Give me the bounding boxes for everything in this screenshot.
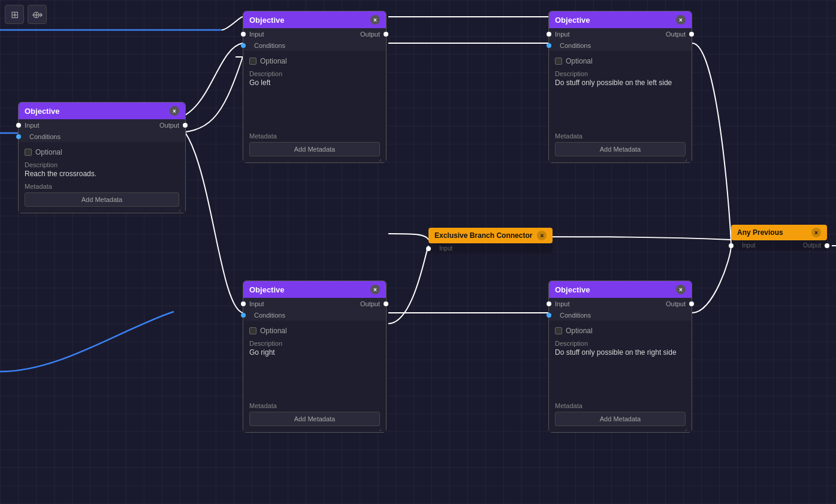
reach-crossroads-add-metadata-btn[interactable]: Add Metadata — [25, 192, 179, 207]
only-left-input-label: Input — [555, 31, 569, 38]
node-only-left-title: Objective — [555, 16, 590, 25]
only-left-conditions-label: Conditions — [560, 42, 591, 49]
node-only-right-conditions-row: Conditions — [549, 310, 692, 321]
go-right-input-label: Input — [249, 300, 264, 307]
go-right-metadata-label: Metadata — [249, 402, 380, 409]
node-only-right-header: Objective × — [549, 281, 692, 298]
node-go-right-close[interactable]: × — [370, 285, 380, 294]
go-left-add-metadata-btn[interactable]: Add Metadata — [249, 142, 380, 156]
only-right-optional-row: Optional — [555, 327, 686, 335]
go-left-description-value: Go left — [249, 79, 380, 87]
node-reach-crossroads-ports: Input Output — [19, 119, 185, 131]
any-previous-input-port[interactable] — [729, 243, 734, 248]
only-right-conditions-port[interactable] — [547, 313, 551, 318]
any-previous-close[interactable]: × — [811, 228, 821, 237]
reach-crossroads-output-label: Output — [159, 122, 179, 129]
reach-crossroads-description-value: Reach the crossroads. — [25, 170, 179, 178]
reach-crossroads-optional-row: Optional — [25, 148, 179, 156]
node-reach-crossroads-close[interactable]: × — [170, 106, 179, 116]
only-left-conditions-port[interactable] — [547, 43, 551, 48]
node-only-right-ports: Input Output — [549, 298, 692, 310]
node-go-right-conditions-row: Conditions — [243, 310, 386, 321]
only-right-input-label: Input — [555, 300, 569, 307]
go-right-description-label: Description — [249, 340, 380, 347]
only-right-optional-checkbox[interactable] — [555, 327, 562, 334]
connector-input-port[interactable] — [426, 246, 431, 251]
go-right-conditions-port[interactable] — [241, 313, 246, 318]
any-previous-input-label: Input — [742, 242, 755, 249]
node-go-left-close[interactable]: × — [370, 15, 380, 25]
exclusive-branch-connector-close[interactable]: × — [537, 231, 547, 240]
go-left-output-port[interactable] — [384, 32, 388, 37]
go-right-conditions-label: Conditions — [254, 312, 285, 319]
any-previous-title: Any Previous — [737, 228, 783, 237]
node-any-previous: Any Previous × Input Output — [731, 225, 827, 251]
node-go-left-body: Optional Description Go left Metadata Ad… — [243, 51, 386, 162]
node-only-right-title: Objective — [555, 285, 590, 294]
node-only-left-close[interactable]: × — [676, 15, 686, 25]
node-exclusive-branch-connector: Exclusive Branch Connector × Input — [428, 228, 553, 253]
go-right-add-metadata-btn[interactable]: Add Metadata — [249, 412, 380, 426]
only-left-add-metadata-btn[interactable]: Add Metadata — [555, 142, 686, 156]
reach-crossroads-metadata: Metadata Add Metadata — [25, 183, 179, 207]
node-only-right-close[interactable]: × — [676, 285, 686, 294]
node-only-left-conditions-row: Conditions — [549, 40, 692, 51]
reach-crossroads-conditions-port[interactable] — [16, 134, 21, 139]
go-left-input-port[interactable] — [241, 32, 246, 37]
only-left-optional-label: Optional — [566, 57, 593, 65]
reach-crossroads-output-port[interactable] — [183, 123, 188, 128]
reach-crossroads-description-label: Description — [25, 161, 179, 168]
toolbar-icon2[interactable]: ⟴ — [28, 5, 47, 24]
only-left-output-label: Output — [666, 31, 686, 38]
only-right-output-port[interactable] — [689, 301, 694, 306]
node-go-left-conditions-row: Conditions — [243, 40, 386, 51]
go-right-resize[interactable]: ⌟ — [379, 425, 385, 431]
only-right-description-value: Do stuff only possible on the right side — [555, 348, 686, 357]
node-reach-crossroads: Objective × Input Output Conditions Opti… — [18, 102, 186, 213]
go-right-optional-row: Optional — [249, 327, 380, 335]
go-right-output-port[interactable] — [384, 301, 388, 306]
only-left-metadata-label: Metadata — [555, 132, 686, 140]
node-go-right: Objective × Input Output Conditions Opti… — [243, 280, 387, 433]
only-right-add-metadata-btn[interactable]: Add Metadata — [555, 412, 686, 426]
reach-crossroads-optional-label: Optional — [35, 148, 62, 156]
only-left-input-port[interactable] — [547, 32, 551, 37]
reach-crossroads-input-port[interactable] — [16, 123, 21, 128]
only-right-optional-label: Optional — [566, 327, 593, 335]
only-right-conditions-label: Conditions — [560, 312, 591, 319]
node-reach-crossroads-body: Optional Description Reach the crossroad… — [19, 142, 185, 213]
exclusive-branch-connector-title: Exclusive Branch Connector — [434, 231, 532, 240]
go-left-input-label: Input — [249, 31, 264, 38]
go-right-optional-checkbox[interactable] — [249, 327, 256, 334]
any-previous-output-label: Output — [803, 242, 821, 249]
go-right-input-port[interactable] — [241, 301, 246, 306]
toolbar-icon1[interactable]: ⊞ — [5, 5, 24, 24]
go-left-optional-checkbox[interactable] — [249, 58, 256, 65]
go-left-conditions-port[interactable] — [241, 43, 246, 48]
go-right-output-label: Output — [360, 300, 380, 307]
node-only-left-body: Optional Description Do stuff only possi… — [549, 51, 692, 162]
go-right-metadata: Metadata Add Metadata — [249, 402, 380, 426]
connector-input-label: Input — [439, 245, 452, 252]
only-right-input-port[interactable] — [547, 301, 551, 306]
node-go-right-title: Objective — [249, 285, 285, 294]
reach-crossroads-optional-checkbox[interactable] — [25, 149, 32, 156]
node-go-right-ports: Input Output — [243, 298, 386, 310]
node-only-left-ports: Input Output — [549, 28, 692, 40]
any-previous-output-port[interactable] — [825, 243, 829, 248]
go-left-resize[interactable]: ⌟ — [379, 155, 385, 161]
only-right-metadata-label: Metadata — [555, 402, 686, 409]
node-go-left-title: Objective — [249, 16, 285, 25]
only-left-optional-checkbox[interactable] — [555, 58, 562, 65]
reach-crossroads-conditions-label: Conditions — [29, 133, 61, 140]
only-right-resize[interactable]: ⌟ — [684, 425, 690, 431]
only-left-output-port[interactable] — [689, 32, 694, 37]
only-left-resize[interactable]: ⌟ — [684, 155, 690, 161]
only-right-metadata: Metadata Add Metadata — [555, 402, 686, 426]
only-left-description-label: Description — [555, 70, 686, 77]
reach-crossroads-resize[interactable]: ⌟ — [178, 206, 184, 212]
reach-crossroads-metadata-label: Metadata — [25, 183, 179, 190]
node-reach-crossroads-title: Objective — [25, 107, 60, 116]
node-only-left-header: Objective × — [549, 11, 692, 28]
go-left-conditions-label: Conditions — [254, 42, 285, 49]
